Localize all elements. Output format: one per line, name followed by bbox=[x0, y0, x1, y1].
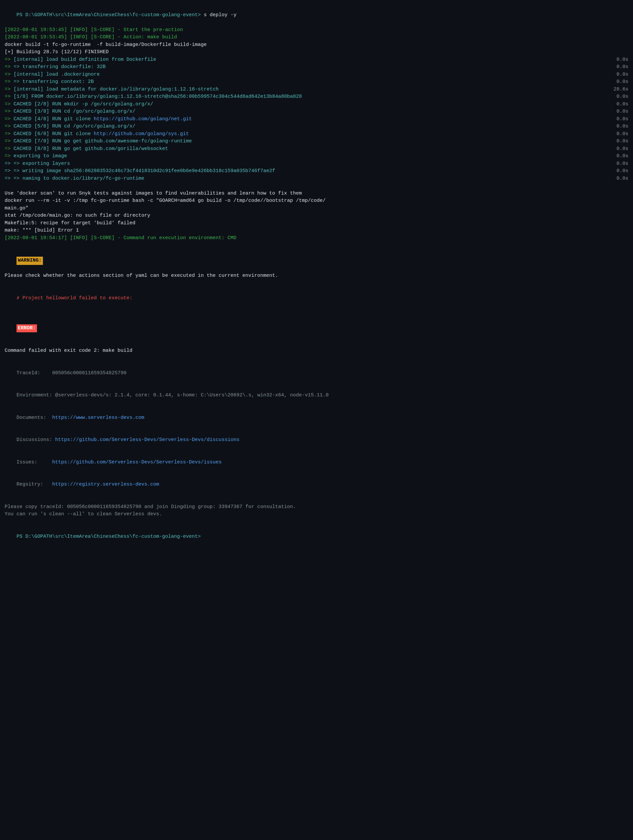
blank-4 bbox=[5, 309, 628, 317]
copy-trace-msg: Please copy traceId: 005056c000011659354… bbox=[5, 504, 628, 511]
blank-2 bbox=[5, 242, 628, 249]
blank-5 bbox=[5, 340, 628, 347]
discussions-line: Discussions: https://github.com/Serverle… bbox=[5, 429, 628, 452]
discussions-link[interactable]: https://github.com/Serverless-Devs/Serve… bbox=[55, 437, 239, 443]
warning-badge-line: WARNING: bbox=[5, 249, 628, 273]
project-failed-line: ✗ Project helloworld failed to execute: bbox=[5, 287, 628, 309]
final-prompt-path: PS D:\GOPATH\src\ItemArea\ChineseChess\f… bbox=[16, 534, 201, 539]
error-message: Command failed with exit code 2: make bu… bbox=[5, 347, 628, 355]
trace-id-label: TraceId: 005056c000011659354825790 bbox=[16, 370, 126, 376]
environment-label: Environment: @serverless-devs/s: 2.1.4, … bbox=[16, 392, 328, 398]
warning-message: Please check whether the actions section… bbox=[5, 272, 628, 280]
docker-scan-notice: Use 'docker scan' to run Snyk tests agai… bbox=[5, 190, 628, 197]
build-step-2a: => => transferring context: 2B 0.0s bbox=[5, 78, 628, 86]
makefile-error: Makefile:5: recipe for target 'build' fa… bbox=[5, 219, 628, 227]
blank-7 bbox=[5, 496, 628, 504]
trace-id-line: TraceId: 005056c000011659354825790 bbox=[5, 362, 628, 384]
net-git-link[interactable]: https://github.com/golang/net.git bbox=[94, 116, 192, 122]
blank-1 bbox=[5, 182, 628, 190]
build-step-9: => CACHED [6/8] RUN git clone http://git… bbox=[5, 131, 628, 138]
blank-3 bbox=[5, 280, 628, 287]
build-step-1: => [internal] load build definition from… bbox=[5, 56, 628, 64]
build-step-14: => => writing image sha256:862883532c46c… bbox=[5, 167, 628, 175]
build-step-12: => exporting to image 0.0s bbox=[5, 153, 628, 160]
registry-line: Regsitry: https://registry.serverless-de… bbox=[5, 474, 628, 496]
stat-error: stat /tmp/code/main.go: no such file or … bbox=[5, 212, 628, 219]
build-step-15: => => naming to docker.io/library/fc-go-… bbox=[5, 175, 628, 183]
build-step-13: => => exporting layers 0.0s bbox=[5, 160, 628, 168]
registry-link[interactable]: https://registry.serverless-devs.com bbox=[52, 482, 159, 487]
prompt-path: PS D:\GOPATH\src\ItemArea\ChineseChess\f… bbox=[16, 12, 201, 18]
final-prompt-line: PS D:\GOPATH\src\ItemArea\ChineseChess\f… bbox=[5, 526, 628, 548]
project-failed-text: Project helloworld failed to execute: bbox=[22, 295, 133, 301]
prompt-line: PS D:\GOPATH\src\ItemArea\ChineseChess\f… bbox=[5, 4, 628, 27]
build-step-4: => [1/8] FROM docker.io/library/golang:1… bbox=[5, 93, 628, 101]
build-step-5: => CACHED [2/8] RUN mkdir -p /go/src/gol… bbox=[5, 101, 628, 108]
build-step-6: => CACHED [3/8] RUN cd /go/src/golang.or… bbox=[5, 108, 628, 115]
environment-line: Environment: @serverless-devs/s: 2.1.4, … bbox=[5, 384, 628, 407]
build-step-8: => CACHED [5/8] RUN cd /go/src/golang.or… bbox=[5, 123, 628, 131]
issues-line: Issues: https://github.com/Serverless-De… bbox=[5, 451, 628, 474]
blank-8 bbox=[5, 518, 628, 526]
documents-link[interactable]: https://www.serverless-devs.com bbox=[52, 415, 144, 420]
docker-run-cmd-cont: main.go" bbox=[5, 205, 628, 212]
documents-line: Documents: https://www.serverless-devs.c… bbox=[5, 407, 628, 429]
info-line-2: [2022-08-01 19:53:45] [INFO] [S-CORE] - … bbox=[5, 34, 628, 41]
clean-msg: You can run 's clean --all' to clean Ser… bbox=[5, 511, 628, 518]
prompt-command: s deploy -y bbox=[201, 12, 237, 18]
discussions-label: Discussions: bbox=[16, 437, 55, 443]
build-step-10: => CACHED [7/8] RUN go get github.com/aw… bbox=[5, 138, 628, 145]
terminal: PS D:\GOPATH\src\ItemArea\ChineseChess\f… bbox=[5, 4, 628, 548]
build-step-7: => CACHED [4/8] RUN git clone https://gi… bbox=[5, 115, 628, 123]
warning-badge: WARNING: bbox=[16, 257, 43, 265]
registry-label: Regsitry: bbox=[16, 482, 52, 487]
blank-6 bbox=[5, 355, 628, 362]
issues-label: Issues: bbox=[16, 459, 52, 465]
x-icon: ✗ bbox=[16, 295, 22, 301]
build-step-2: => [internal] load .dockerignore 0.0s bbox=[5, 71, 628, 79]
build-step-1a: => => transferring dockerfile: 32B 0.0s bbox=[5, 63, 628, 71]
error-badge-line: ERROR: bbox=[5, 317, 628, 340]
docker-run-cmd: docker run --rm -it -v :/tmp fc-go-runti… bbox=[5, 197, 628, 205]
error-badge: ERROR: bbox=[16, 324, 37, 333]
build-step-3: => [internal] load metadata for docker.i… bbox=[5, 86, 628, 93]
info-line-3: [2022-08-01 19:54:17] [INFO] [S-CORE] - … bbox=[5, 235, 628, 242]
sys-git-link[interactable]: http://github.com/golang/sys.git bbox=[94, 131, 189, 137]
building-status: [+] Building 28.7s (12/12) FINISHED bbox=[5, 49, 628, 56]
info-line-1: [2022-08-01 19:53:45] [INFO] [S-CORE] - … bbox=[5, 27, 628, 34]
make-error: make: *** [build] Error 1 bbox=[5, 227, 628, 235]
issues-link[interactable]: https://github.com/Serverless-Devs/Serve… bbox=[52, 459, 221, 465]
docker-build-cmd: docker build -t fc-go-runtime -f build-i… bbox=[5, 41, 628, 49]
documents-label: Documents: bbox=[16, 415, 52, 420]
build-step-11: => CACHED [8/8] RUN go get github.com/go… bbox=[5, 145, 628, 153]
